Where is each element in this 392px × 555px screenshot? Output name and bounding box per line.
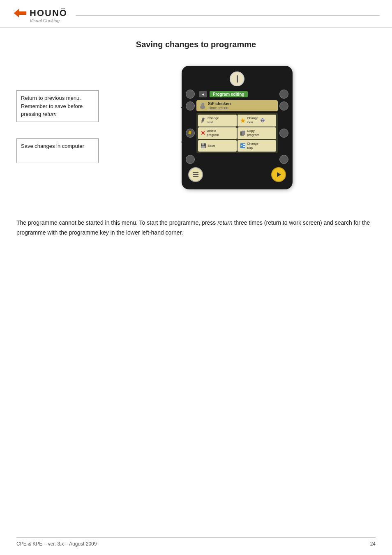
- logo: HOUNÖ Visual Cooking: [12, 7, 67, 23]
- menu-delete-program[interactable]: ✕ Deleteprogram: [198, 127, 237, 139]
- callouts-panel: Return to previous menu. Remember to sav…: [16, 66, 99, 189]
- device: ◄ Program editing: [182, 66, 293, 189]
- change-icon-label: Changeicon: [247, 116, 258, 125]
- menu-save[interactable]: Save: [198, 140, 237, 152]
- list-icon: [191, 170, 200, 179]
- svg-point-3: [201, 104, 202, 104]
- header: HOUNÖ Visual Cooking: [0, 0, 392, 28]
- callout-return-line2: Remember to save before pressing return: [21, 103, 83, 117]
- pencil-icon: [201, 117, 206, 123]
- list-button[interactable]: [188, 167, 203, 182]
- footer-page-number: 24: [370, 541, 376, 547]
- steps-icon: [240, 143, 246, 149]
- page-title: Saving changes to programme: [0, 40, 392, 49]
- svg-rect-5: [188, 131, 191, 134]
- content-area: Return to previous menu. Remember to sav…: [0, 66, 392, 189]
- brand-name: HOUNÖ: [30, 8, 67, 18]
- logo-brand: HOUNÖ: [12, 7, 67, 19]
- svg-rect-20: [193, 174, 198, 175]
- chicken-icon: [199, 102, 206, 110]
- callout-save-text: Save changes in computer: [21, 143, 84, 149]
- pencil-side-icon: [188, 131, 193, 136]
- menu-change-step[interactable]: Changestep: [238, 140, 276, 152]
- device-top-button-area: [186, 71, 288, 86]
- screen-row-1: ◄ Program editing: [186, 90, 288, 99]
- svg-rect-6: [201, 117, 205, 122]
- header-divider: [76, 15, 380, 16]
- prog-editing-header: ◄ Program editing: [196, 90, 278, 99]
- delete-program-label: Deleteprogram: [207, 129, 219, 138]
- device-wrapper: ◄ Program editing: [99, 66, 376, 189]
- save-icon: [201, 143, 206, 149]
- screen-row-4: [186, 155, 288, 164]
- back-arrow-button[interactable]: ◄: [199, 91, 207, 97]
- svg-rect-21: [193, 176, 198, 177]
- side-btn-right-1[interactable]: [279, 90, 288, 99]
- screen-row-2: SiF chicken Time: 1:5:00: [186, 100, 288, 111]
- svg-rect-16: [241, 145, 242, 146]
- menu-copy-program[interactable]: Copyprogram: [238, 127, 276, 139]
- menu-change-icon[interactable]: Changeicon: [238, 115, 276, 127]
- device-bottom-row: [186, 166, 288, 184]
- program-editing-label: Program editing: [210, 91, 248, 97]
- svg-marker-22: [277, 172, 281, 177]
- svg-rect-14: [201, 146, 205, 148]
- star-icon: [240, 117, 246, 123]
- svg-rect-19: [193, 172, 198, 173]
- copy-program-label: Copyprogram: [247, 129, 259, 138]
- power-line: [237, 75, 238, 83]
- program-name: SiF chicken: [208, 101, 231, 106]
- svg-marker-7: [201, 122, 203, 123]
- program-time: Time: 1:5:00: [208, 106, 231, 110]
- side-btn-left-4[interactable]: [186, 155, 195, 164]
- svg-rect-18: [243, 146, 245, 147]
- footer-left: CPE & KPE – ver. 3.x – August 2009: [16, 541, 97, 547]
- side-btn-left-1[interactable]: [186, 90, 195, 99]
- side-btn-left-3[interactable]: [186, 129, 195, 138]
- svg-rect-17: [243, 144, 245, 145]
- logo-icon: [12, 7, 28, 19]
- side-btn-left-2[interactable]: [186, 101, 195, 111]
- body-text-paragraph: The programme cannot be started in this …: [0, 206, 392, 246]
- menu-grid: Changetext Changeicon: [196, 113, 278, 153]
- svg-rect-13: [202, 143, 204, 145]
- svg-marker-8: [240, 118, 245, 123]
- globe-icon: [261, 118, 265, 122]
- logo-tagline: Visual Cooking: [30, 18, 60, 23]
- play-button[interactable]: [271, 167, 286, 182]
- menu-grid-screen: Changetext Changeicon: [196, 113, 278, 153]
- svg-marker-0: [14, 9, 26, 17]
- footer: CPE & KPE – ver. 3.x – August 2009 24: [16, 537, 376, 547]
- prog-name-row: SiF chicken Time: 1:5:00: [196, 100, 278, 111]
- side-btn-right-4[interactable]: [279, 155, 288, 164]
- play-icon: [275, 171, 282, 178]
- svg-rect-11: [242, 131, 245, 135]
- inner-screen: ◄ Program editing: [196, 90, 278, 99]
- copy-icon: [240, 130, 246, 136]
- side-btn-right-3[interactable]: [279, 129, 288, 138]
- main-scene: Return to previous menu. Remember to sav…: [0, 66, 392, 246]
- change-step-label: Changestep: [247, 142, 258, 150]
- callout-return-line1: Return to previous menu.: [21, 95, 81, 101]
- prog-name-screen: SiF chicken Time: 1:5:00: [196, 100, 278, 111]
- callout-return-box: Return to previous menu. Remember to sav…: [16, 90, 99, 122]
- body-text: The programme cannot be started in this …: [16, 218, 376, 238]
- save-label: Save: [208, 144, 215, 148]
- x-delete-icon: ✕: [201, 130, 205, 136]
- change-text-label: Changetext: [208, 116, 219, 125]
- screen-row-3: Changetext Changeicon: [186, 113, 288, 153]
- top-power-button[interactable]: [230, 71, 244, 86]
- callout-save-box: Save changes in computer: [16, 138, 99, 163]
- side-btn-right-2[interactable]: [279, 101, 288, 111]
- menu-change-text[interactable]: Changetext: [198, 115, 237, 127]
